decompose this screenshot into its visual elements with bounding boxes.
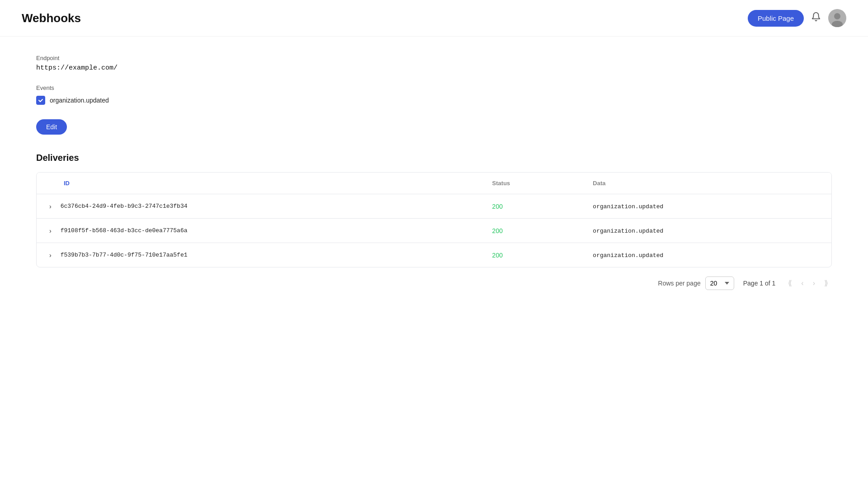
main-content: Endpoint https://example.com/ Events org… bbox=[0, 37, 868, 313]
expand-row-button-2[interactable]: › bbox=[46, 252, 55, 259]
row-id-cell-0: › 6c376cb4-24d9-4feb-b9c3-2747c1e3fb34 bbox=[37, 194, 483, 219]
page-info: Page 1 of 1 bbox=[743, 280, 776, 287]
column-header-id: ID bbox=[37, 173, 483, 194]
events-section: Events organization.updated bbox=[36, 84, 832, 105]
table-row: › f9108f5f-b568-463d-b3cc-de0ea7775a6a 2… bbox=[37, 219, 831, 243]
header: Webhooks Public Page bbox=[0, 0, 868, 37]
next-page-button[interactable]: › bbox=[809, 278, 819, 289]
prev-page-button[interactable]: ‹ bbox=[797, 278, 807, 289]
endpoint-label: Endpoint bbox=[36, 55, 832, 61]
rows-per-page-control: Rows per page 102050100 bbox=[658, 276, 734, 290]
row-id-0: 6c376cb4-24d9-4feb-b9c3-2747c1e3fb34 bbox=[61, 203, 188, 210]
row-id-cell-1: › f9108f5f-b568-463d-b3cc-de0ea7775a6a bbox=[37, 219, 483, 243]
page-title: Webhooks bbox=[22, 11, 81, 25]
rows-per-page-label: Rows per page bbox=[658, 280, 701, 287]
notifications-icon[interactable] bbox=[811, 12, 821, 24]
svg-point-1 bbox=[834, 13, 840, 19]
table-header-row: ID Status Data bbox=[37, 173, 831, 194]
row-id-1: f9108f5f-b568-463d-b3cc-de0ea7775a6a bbox=[61, 227, 188, 234]
event-name-0: organization.updated bbox=[50, 97, 109, 104]
checkbox-checked-icon bbox=[36, 96, 45, 105]
header-actions: Public Page bbox=[748, 9, 846, 27]
table-row: › 6c376cb4-24d9-4feb-b9c3-2747c1e3fb34 2… bbox=[37, 194, 831, 219]
events-label: Events bbox=[36, 84, 832, 91]
deliveries-table: ID Status Data › 6c376cb4-24d9-4feb-b9c3… bbox=[36, 172, 832, 267]
row-status-0: 200 bbox=[483, 194, 584, 219]
first-page-button[interactable]: ⟪ bbox=[784, 278, 796, 289]
event-item-0: organization.updated bbox=[36, 96, 832, 105]
public-page-button[interactable]: Public Page bbox=[748, 10, 804, 27]
row-status-1: 200 bbox=[483, 219, 584, 243]
deliveries-title: Deliveries bbox=[36, 153, 832, 163]
row-data-1: organization.updated bbox=[584, 219, 831, 243]
last-page-button[interactable]: ⟫ bbox=[821, 278, 832, 289]
expand-row-button-1[interactable]: › bbox=[46, 227, 55, 234]
table-row: › f539b7b3-7b77-4d0c-9f75-710e17aa5fe1 2… bbox=[37, 243, 831, 267]
row-data-0: organization.updated bbox=[584, 194, 831, 219]
edit-button[interactable]: Edit bbox=[36, 119, 67, 135]
pagination: Rows per page 102050100 Page 1 of 1 ⟪ ‹ … bbox=[36, 267, 832, 295]
column-header-status: Status bbox=[483, 173, 584, 194]
column-header-data: Data bbox=[584, 173, 831, 194]
row-id-2: f539b7b3-7b77-4d0c-9f75-710e17aa5fe1 bbox=[61, 252, 188, 258]
endpoint-url: https://example.com/ bbox=[36, 64, 832, 72]
row-status-2: 200 bbox=[483, 243, 584, 267]
user-avatar[interactable] bbox=[828, 9, 846, 27]
page-navigation: ⟪ ‹ › ⟫ bbox=[784, 278, 832, 289]
rows-per-page-select[interactable]: 102050100 bbox=[705, 276, 734, 290]
row-data-2: organization.updated bbox=[584, 243, 831, 267]
row-id-cell-2: › f539b7b3-7b77-4d0c-9f75-710e17aa5fe1 bbox=[37, 243, 483, 267]
expand-row-button-0[interactable]: › bbox=[46, 203, 55, 210]
